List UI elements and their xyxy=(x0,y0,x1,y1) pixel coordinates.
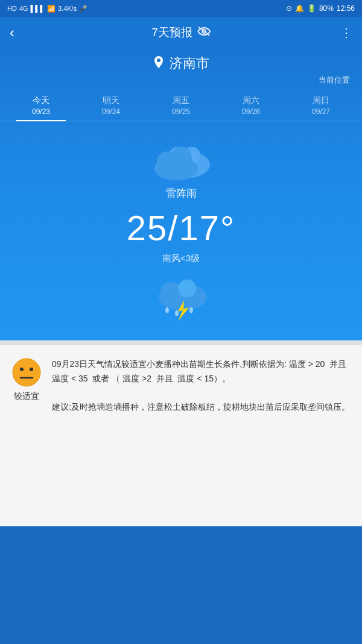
back-button[interactable]: ‹ xyxy=(10,24,14,41)
more-options-button[interactable]: ⋮ xyxy=(340,25,352,40)
tab-day-3-date: 09/26 xyxy=(218,107,284,116)
svg-point-12 xyxy=(165,307,169,313)
temperature-display: 25/17° xyxy=(0,208,362,248)
tab-day-1-name: 明天 xyxy=(78,95,144,106)
tab-day-0-date: 09/23 xyxy=(8,107,74,116)
advisory-content: 较适宜 09月23日天气情况较适宜小麦播种出苗期生长条件,判断依据为: 温度 >… xyxy=(10,357,352,415)
tab-day-0[interactable]: 今天 09/23 xyxy=(6,91,76,121)
speed-icon: 3.4K/s xyxy=(58,5,77,12)
tab-day-3-name: 周六 xyxy=(218,95,284,106)
eye-off-icon[interactable] xyxy=(197,27,211,39)
tab-day-4[interactable]: 周日 09/27 xyxy=(286,91,356,121)
tab-day-2-name: 周五 xyxy=(148,95,214,106)
nav-bar: ‹ 7天预报 ⋮ xyxy=(0,17,362,48)
status-left: HD 4G ▌▌▌ 📶 3.4K/s 🎤 xyxy=(7,5,87,13)
svg-point-2 xyxy=(157,59,160,62)
weather-section: 济南市 当前位置 今天 09/23 明天 09/24 周五 09/25 周六 0… xyxy=(0,48,362,340)
notification-icon: 🔔 xyxy=(295,4,304,13)
svg-point-18 xyxy=(30,368,33,371)
advisory-section: 较适宜 09月23日天气情况较适宜小麦播种出苗期生长条件,判断依据为: 温度 >… xyxy=(0,345,362,526)
svg-point-16 xyxy=(13,359,40,386)
city-name: 济南市 xyxy=(170,54,209,72)
wifi-icon: 📶 xyxy=(47,5,56,13)
section-divider xyxy=(0,340,362,345)
battery-percent: 80% xyxy=(319,4,334,13)
tab-day-0-name: 今天 xyxy=(8,95,74,106)
tab-day-4-name: 周日 xyxy=(288,95,354,106)
tab-day-2[interactable]: 周五 09/25 xyxy=(146,91,216,121)
tab-day-3[interactable]: 周六 09/26 xyxy=(216,91,286,121)
status-bar: HD 4G ▌▌▌ 📶 3.4K/s 🎤 ⊙ 🔔 🔋 80% 12:56 xyxy=(0,0,362,17)
nav-icons: ⋮ xyxy=(340,25,352,40)
status-right: ⊙ 🔔 🔋 80% 12:56 xyxy=(286,4,355,13)
advisory-text-column: 09月23日天气情况较适宜小麦播种出苗期生长条件,判断依据为: 温度 > 20 … xyxy=(52,357,352,415)
signal-4g: 4G xyxy=(19,5,28,12)
day-tabs: 今天 09/23 明天 09/24 周五 09/25 周六 09/26 周日 0… xyxy=(0,91,362,121)
city-row: 济南市 xyxy=(0,54,362,72)
svg-point-14 xyxy=(189,307,193,313)
svg-point-17 xyxy=(20,368,24,371)
nav-title-text: 7天预报 xyxy=(151,25,192,40)
location-pin-icon xyxy=(153,56,165,72)
current-location-label: 当前位置 xyxy=(0,75,362,86)
nav-title: 7天预报 xyxy=(151,25,211,40)
advisory-text: 09月23日天气情况较适宜小麦播种出苗期生长条件,判断依据为: 温度 > 20 … xyxy=(52,357,352,415)
svg-point-10 xyxy=(160,282,181,302)
signal-bars: ▌▌▌ xyxy=(31,5,45,12)
weather-label: 雷阵雨 xyxy=(0,187,362,200)
tab-day-1[interactable]: 明天 09/24 xyxy=(76,91,146,121)
weather-icon-top xyxy=(0,133,362,182)
svg-point-13 xyxy=(175,310,179,316)
location-status: ⊙ xyxy=(286,4,292,13)
svg-point-8 xyxy=(170,147,192,168)
advisory-tag: 较适宜 xyxy=(14,391,39,402)
advisory-icon-column: 较适宜 xyxy=(10,357,43,402)
hd-icon: HD xyxy=(7,5,17,12)
clock: 12:56 xyxy=(337,4,355,13)
svg-point-11 xyxy=(178,279,196,298)
tab-day-4-date: 09/27 xyxy=(288,107,354,116)
smiley-face-icon xyxy=(11,357,42,387)
mic-icon: 🎤 xyxy=(79,5,87,13)
tab-day-1-date: 09/24 xyxy=(78,107,144,116)
wind-display: 南风<3级 xyxy=(0,253,362,264)
battery-icon: 🔋 xyxy=(307,4,316,13)
tab-day-2-date: 09/25 xyxy=(148,107,214,116)
weather-icon-bottom xyxy=(0,274,362,322)
